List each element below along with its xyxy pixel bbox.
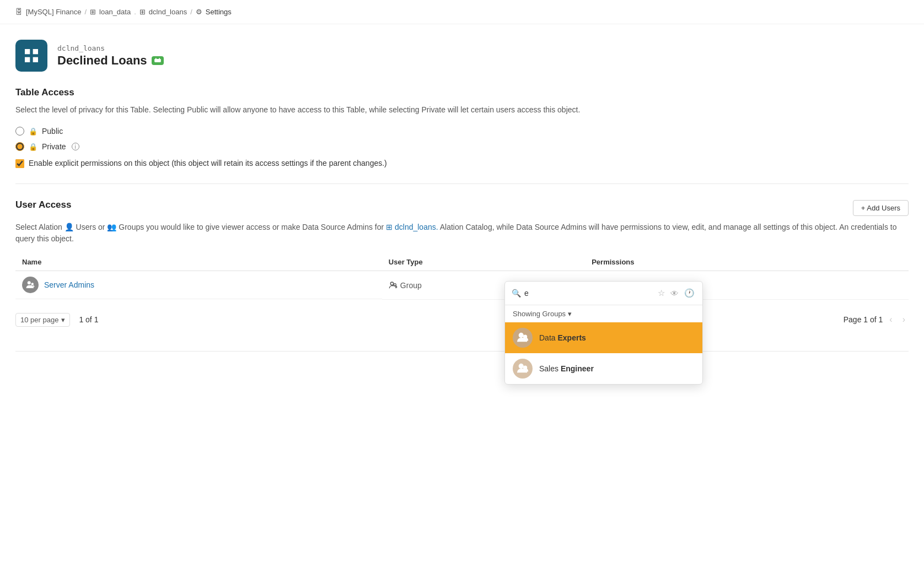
star-filter-button[interactable]: ☆ — [657, 287, 666, 299]
svg-rect-5 — [155, 58, 157, 59]
table-link[interactable]: ⊞ dclnd_loans. — [386, 223, 438, 231]
users-icon-text: 👤 Users — [65, 223, 96, 231]
groups-icon-text: 👥 Groups — [107, 223, 144, 231]
status-badge — [152, 56, 164, 65]
per-page-select[interactable]: 10 per page ▾ — [15, 313, 70, 327]
radio-private: 🔒 Private i — [15, 142, 909, 151]
filter-icons: ☆ 👁 🕐 — [657, 287, 696, 299]
svg-rect-2 — [25, 57, 30, 62]
public-radio[interactable] — [15, 127, 24, 136]
svg-rect-3 — [33, 57, 38, 62]
breadcrumb-mysql[interactable]: [MySQL] Finance — [26, 8, 81, 16]
private-radio[interactable] — [15, 142, 24, 151]
main-content: Table Access Select the level of privacy… — [0, 87, 924, 352]
col-user-type: User Type — [382, 253, 585, 271]
section-divider-2 — [15, 351, 909, 352]
add-users-button[interactable]: + Add Users — [853, 200, 909, 216]
breadcrumb: 🗄 [MySQL] Finance / ⊞ loan_data . ⊞ dcln… — [0, 0, 924, 24]
svg-rect-0 — [25, 49, 30, 54]
public-label: Public — [42, 127, 63, 136]
prev-page-button[interactable]: ‹ — [886, 314, 895, 326]
pagination-bar: 10 per page ▾ 1 of 1 Page 1 of 1 ‹ › — [15, 304, 909, 336]
page-navigation: Page 1 of 1 ‹ › — [844, 314, 909, 326]
page-title-block: dclnd_loans Declined Loans — [57, 44, 164, 68]
svg-point-10 — [28, 282, 31, 285]
schema-icon: ⊞ — [90, 8, 96, 16]
next-page-button[interactable]: › — [899, 314, 909, 326]
dropdown-search-input[interactable] — [524, 289, 653, 298]
eye-filter-button[interactable]: 👁 — [669, 288, 680, 299]
svg-point-14 — [519, 333, 523, 337]
col-name: Name — [15, 253, 382, 271]
explicit-permissions-label: Enable explicit permissions on this obje… — [29, 159, 387, 167]
svg-point-11 — [31, 283, 34, 286]
user-access-section: User Access + Add Users Select Alation 👤… — [15, 199, 909, 336]
search-dropdown: 🔍 ☆ 👁 🕐 Showing Groups ▾ Data Experts — [504, 281, 703, 367]
search-icon: 🔍 — [512, 289, 521, 298]
dropdown-item-data-experts[interactable]: Data Experts — [505, 322, 702, 353]
user-access-header: User Access + Add Users — [15, 199, 909, 216]
page-subtitle: dclnd_loans — [57, 44, 164, 52]
svg-point-17 — [524, 366, 527, 366]
svg-point-8 — [155, 60, 157, 61]
explicit-permissions-row: Enable explicit permissions on this obje… — [15, 159, 909, 168]
lock-icon-private: 🔒 — [29, 143, 37, 151]
user-access-title: User Access — [15, 199, 71, 210]
sales-engineer-label: Sales Engineer — [539, 364, 594, 367]
info-icon[interactable]: i — [72, 143, 79, 150]
user-name-cell: Server Admins — [22, 277, 94, 293]
chevron-down-icon: ▾ — [61, 316, 65, 324]
svg-point-12 — [390, 282, 393, 285]
showing-groups-row[interactable]: Showing Groups ▾ — [505, 305, 702, 322]
breadcrumb-table[interactable]: dclnd_loans — [149, 8, 187, 16]
private-label: Private — [42, 142, 66, 151]
dropdown-item-sales-engineer[interactable]: Sales Engineer — [505, 353, 702, 367]
page-title: Declined Loans — [57, 53, 164, 68]
page-count: 1 of 1 — [79, 315, 98, 324]
table-access-desc: Select the level of privacy for this Tab… — [15, 104, 677, 116]
radio-public: 🔒 Public — [15, 127, 909, 136]
chevron-down-icon-groups: ▾ — [568, 310, 572, 318]
page-icon — [15, 40, 47, 72]
dropdown-search-row: 🔍 ☆ 👁 🕐 — [505, 282, 702, 305]
table-access-title: Table Access — [15, 87, 909, 98]
group-avatar-sales — [513, 359, 533, 367]
section-divider-1 — [15, 183, 909, 184]
svg-rect-1 — [33, 49, 38, 54]
explicit-permissions-checkbox[interactable] — [15, 159, 24, 168]
lock-icon-public: 🔒 — [29, 127, 37, 136]
server-admins-link[interactable]: Server Admins — [44, 280, 94, 289]
data-experts-label: Data Experts — [539, 333, 586, 342]
col-permissions: Permissions — [585, 253, 909, 271]
table-icon: ⊞ — [139, 8, 146, 16]
table-row: Server Admins Group Data Source Admi — [15, 271, 909, 300]
breadcrumb-schema[interactable]: loan_data — [99, 8, 131, 16]
svg-point-16 — [519, 364, 523, 367]
avatar — [22, 277, 39, 293]
user-table: Name User Type Permissions Server Admins — [15, 253, 909, 300]
group-avatar-experts — [513, 328, 533, 348]
settings-icon-bc: ⚙ — [196, 8, 202, 16]
showing-groups-label: Showing Groups — [513, 310, 566, 318]
table-access-section: Table Access Select the level of privacy… — [15, 87, 909, 168]
user-access-desc: Select Alation 👤 Users or 👥 Groups you w… — [15, 221, 909, 245]
access-radio-group: 🔒 Public 🔒 Private i — [15, 127, 909, 151]
breadcrumb-settings: Settings — [206, 8, 232, 16]
svg-rect-6 — [159, 58, 160, 59]
db-icon: 🗄 — [15, 8, 23, 16]
clock-filter-button[interactable]: 🕐 — [683, 287, 696, 299]
page-label: Page 1 of 1 — [844, 315, 883, 324]
svg-point-9 — [159, 60, 160, 61]
page-header: dclnd_loans Declined Loans — [0, 24, 924, 83]
